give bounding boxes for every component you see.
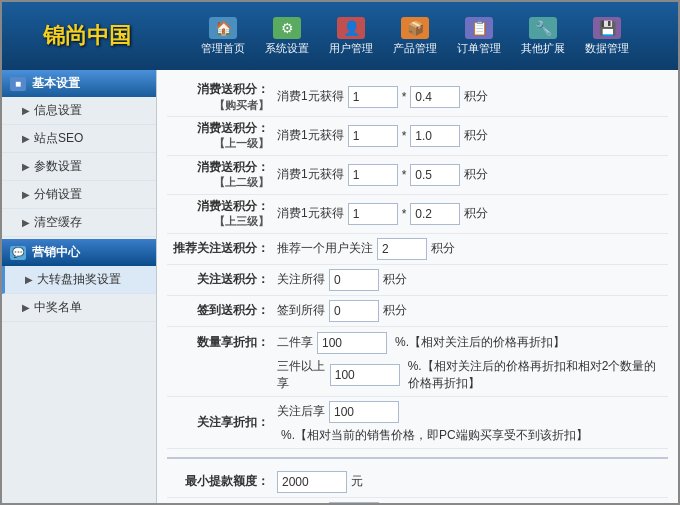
arrow-icon-winners: ▶ xyxy=(22,302,30,313)
arrow-icon-clear: ▶ xyxy=(22,217,30,228)
label-consume-up3: 消费送积分： 【上三级】 xyxy=(167,199,277,229)
suffix-recommend: 积分 xyxy=(431,240,455,257)
form-row-signin: 签到送积分： 签到所得 积分 xyxy=(167,296,668,327)
input1-consume-up2[interactable] xyxy=(348,164,398,186)
input2-consume-up2[interactable] xyxy=(410,164,460,186)
sidebar-item-discount[interactable]: ▶ 分销设置 xyxy=(2,181,156,209)
input1-consume-up1[interactable] xyxy=(348,125,398,147)
arrow-icon-lottery: ▶ xyxy=(25,274,33,285)
nav-item-extend[interactable]: 🔧 其他扩展 xyxy=(513,13,573,60)
suffix-consume-up3: 积分 xyxy=(464,205,488,222)
suffix-min-points: 元 xyxy=(351,473,363,490)
prefix-consume-up2: 消费1元获得 xyxy=(277,166,344,183)
input2-consume-buy[interactable] xyxy=(410,86,460,108)
input-min-points[interactable] xyxy=(277,471,347,493)
prefix-signin: 签到所得 xyxy=(277,302,325,319)
input-follow-discount[interactable] xyxy=(329,401,399,423)
label-signin: 签到送积分： xyxy=(167,302,277,319)
basic-settings-icon: ■ xyxy=(10,77,26,91)
input-signin[interactable] xyxy=(329,300,379,322)
input1-consume-up3[interactable] xyxy=(348,203,398,225)
sidebar-section-marketing: 💬 营销中心 ▶ 大转盘抽奖设置 ▶ 中奖名单 xyxy=(2,239,156,322)
sidebar-item-info-label: 信息设置 xyxy=(34,102,82,119)
middle-consume-buy: * xyxy=(402,90,407,104)
suffix-signin: 积分 xyxy=(383,302,407,319)
value-follow-discount: 关注后享 %.【相对当前的销售价格，即PC端购买享受不到该折扣】 xyxy=(277,401,668,444)
input-qty-r2[interactable] xyxy=(330,364,400,386)
logo-text: 锦尚中国 xyxy=(43,21,131,51)
form-row-min-points: 最小提款额度： 元 xyxy=(167,467,668,498)
label-min-points-text: 最小提款额度： xyxy=(185,474,269,488)
nav-item-settings[interactable]: ⚙ 系统设置 xyxy=(257,13,317,60)
middle-consume-up1: * xyxy=(402,129,407,143)
nav-label-extend: 其他扩展 xyxy=(521,41,565,56)
suffix-consume-buy: 积分 xyxy=(464,88,488,105)
content-area: 消费送积分： 【购买者】 消费1元获得 * 积分 消费送积分： 【上一级】 xyxy=(157,70,678,503)
input-buy-commission[interactable] xyxy=(329,502,379,503)
input1-consume-buy[interactable] xyxy=(348,86,398,108)
middle-consume-up2: * xyxy=(402,168,407,182)
sidebar-item-clear[interactable]: ▶ 清空缓存 xyxy=(2,209,156,237)
input2-consume-up3[interactable] xyxy=(410,203,460,225)
prefix-qty-r1: 二件享 xyxy=(277,334,313,351)
sidebar-header-basic-label: 基本设置 xyxy=(32,75,80,92)
nav-item-data[interactable]: 💾 数据管理 xyxy=(577,13,637,60)
prefix-consume-buy: 消费1元获得 xyxy=(277,88,344,105)
separator xyxy=(167,457,668,459)
sidebar-item-lottery[interactable]: ▶ 大转盘抽奖设置 xyxy=(2,266,156,294)
form-row-follow: 关注送积分： 关注所得 积分 xyxy=(167,265,668,296)
label-follow-discount: 关注享折扣： xyxy=(167,414,277,431)
marketing-icon: 💬 xyxy=(10,246,26,260)
products-icon: 📦 xyxy=(401,17,429,39)
form-row-consume-up1: 消费送积分： 【上一级】 消费1元获得 * 积分 xyxy=(167,117,668,156)
label-consume-up2: 消费送积分： 【上二级】 xyxy=(167,160,277,190)
quantity-row2: 三件以上享 %.【相对关注后的价格再折扣和相对2个数量的价格再折扣】 xyxy=(277,358,668,392)
label-follow-discount-text: 关注享折扣： xyxy=(197,415,269,429)
users-icon: 👤 xyxy=(337,17,365,39)
prefix-qty-r2: 三件以上享 xyxy=(277,358,326,392)
value-recommend: 推荐一个用户关注 积分 xyxy=(277,238,668,260)
sidebar-item-params[interactable]: ▶ 参数设置 xyxy=(2,153,156,181)
settings-icon: ⚙ xyxy=(273,17,301,39)
prefix-consume-up1: 消费1元获得 xyxy=(277,127,344,144)
input-follow[interactable] xyxy=(329,269,379,291)
label-follow: 关注送积分： xyxy=(167,271,277,288)
nav-label-users: 用户管理 xyxy=(329,41,373,56)
form-row-recommend: 推荐关注送积分： 推荐一个用户关注 积分 xyxy=(167,234,668,265)
arrow-icon-discount: ▶ xyxy=(22,189,30,200)
form-row-consume-buy: 消费送积分： 【购买者】 消费1元获得 * 积分 xyxy=(167,78,668,117)
sidebar-item-discount-label: 分销设置 xyxy=(34,186,82,203)
label-min-points: 最小提款额度： xyxy=(167,473,277,490)
arrow-icon-seo: ▶ xyxy=(22,133,30,144)
suffix-follow-discount: %.【相对当前的销售价格，即PC端购买享受不到该折扣】 xyxy=(281,427,588,444)
sidebar-item-params-label: 参数设置 xyxy=(34,158,82,175)
sidebar-item-seo[interactable]: ▶ 站点SEO xyxy=(2,125,156,153)
value-consume-up1: 消费1元获得 * 积分 xyxy=(277,125,668,147)
nav-label-orders: 订单管理 xyxy=(457,41,501,56)
sidebar-item-winners[interactable]: ▶ 中奖名单 xyxy=(2,294,156,322)
label-consume-up1: 消费送积分： 【上一级】 xyxy=(167,121,277,151)
orders-icon: 📋 xyxy=(465,17,493,39)
input-qty-r1[interactable] xyxy=(317,332,387,354)
input2-consume-up1[interactable] xyxy=(410,125,460,147)
sidebar-header-basic[interactable]: ■ 基本设置 xyxy=(2,70,156,97)
nav-label-data: 数据管理 xyxy=(585,41,629,56)
arrow-icon-info: ▶ xyxy=(22,105,30,116)
header: 锦尚中国 🏠 管理首页 ⚙ 系统设置 👤 用户管理 📦 产品管理 📋 订单管理 xyxy=(2,2,678,70)
prefix-follow-discount: 关注后享 xyxy=(277,403,325,420)
sidebar-header-marketing[interactable]: 💬 营销中心 xyxy=(2,239,156,266)
input-recommend[interactable] xyxy=(377,238,427,260)
value-buy-commission: 返佣比例 % xyxy=(277,502,668,503)
value-quantity-discount: 二件享 %.【相对关注后的价格再折扣】 三件以上享 %.【相对关注后的价格再折扣… xyxy=(277,332,668,392)
label-consume-buy: 消费送积分： 【购买者】 xyxy=(167,82,277,112)
sidebar-header-marketing-label: 营销中心 xyxy=(32,244,80,261)
nav-item-products[interactable]: 📦 产品管理 xyxy=(385,13,445,60)
nav-item-users[interactable]: 👤 用户管理 xyxy=(321,13,381,60)
value-min-points: 元 xyxy=(277,471,668,493)
suffix-consume-up2: 积分 xyxy=(464,166,488,183)
label-quantity-discount-text: 数量享折扣： xyxy=(197,335,269,349)
sidebar-item-info[interactable]: ▶ 信息设置 xyxy=(2,97,156,125)
nav-item-home[interactable]: 🏠 管理首页 xyxy=(193,13,253,60)
form-row-follow-discount: 关注享折扣： 关注后享 %.【相对当前的销售价格，即PC端购买享受不到该折扣】 xyxy=(167,397,668,449)
nav-item-orders[interactable]: 📋 订单管理 xyxy=(449,13,509,60)
